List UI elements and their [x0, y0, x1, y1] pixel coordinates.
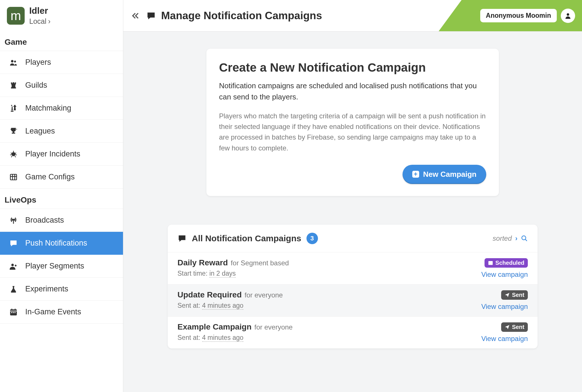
chevron-right-icon[interactable]: ›	[515, 234, 517, 242]
campaign-name: Daily Reward	[177, 258, 228, 267]
campaign-name: Update Required	[177, 290, 242, 299]
user-menu[interactable]: Anonymous Moomin	[480, 9, 575, 23]
svg-point-5	[11, 264, 14, 266]
rook-icon	[9, 81, 18, 90]
sidebar-item-guilds[interactable]: Guilds	[0, 74, 123, 97]
create-campaign-card: Create a New Notification Campaign Notif…	[206, 49, 499, 196]
view-campaign-link[interactable]: View campaign	[481, 303, 528, 311]
trophy-icon	[9, 127, 18, 135]
chevron-right-icon: ›	[48, 17, 50, 26]
sidebar-item-label: Game Configs	[25, 173, 75, 181]
flask-icon	[9, 285, 18, 293]
svg-point-4	[13, 219, 14, 220]
speech-icon	[9, 240, 18, 247]
list-title: All Notification Campaigns	[192, 234, 301, 243]
campaign-target: for Segment based	[231, 259, 289, 267]
env-label: Local	[29, 17, 46, 26]
page-title: Manage Notification Campaigns	[161, 10, 322, 22]
sidebar-item-events[interactable]: In-Game Events	[0, 301, 123, 324]
list-header-tools: sorted ›	[493, 234, 528, 242]
svg-point-0	[11, 60, 13, 62]
sidebar-item-push[interactable]: Push Notifications	[0, 232, 123, 255]
view-campaign-link[interactable]: View campaign	[481, 271, 528, 279]
calendar-icon	[488, 260, 493, 265]
user-name: Anonymous Moomin	[480, 9, 557, 22]
new-campaign-button[interactable]: + New Campaign	[403, 165, 486, 184]
search-icon[interactable]	[521, 235, 528, 242]
campaign-row: Update Requiredfor everyoneSent at: 4 mi…	[168, 284, 538, 316]
campaign-meta-value: 4 minutes ago	[202, 302, 243, 310]
new-campaign-label: New Campaign	[423, 170, 476, 179]
sorted-label: sorted	[493, 234, 512, 242]
status-badge: Sent	[501, 322, 528, 332]
campaign-name: Example Campaign	[177, 322, 251, 332]
sidebar-item-label: Experiments	[25, 285, 68, 293]
campaign-meta: Sent at: 4 minutes ago	[177, 302, 528, 309]
page-title-wrap: Manage Notification Campaigns	[146, 10, 322, 22]
count-badge: 3	[306, 233, 318, 244]
sidebar-item-players[interactable]: Players	[0, 51, 123, 74]
list-header: All Notification Campaigns 3 sorted ›	[168, 225, 538, 252]
sidebar-item-label: Player Incidents	[25, 150, 80, 158]
svg-rect-8	[11, 312, 12, 313]
user-avatar-icon	[561, 9, 575, 23]
section-label-game: Game	[0, 31, 123, 51]
create-subtitle: Notification campaigns are scheduled and…	[219, 80, 486, 103]
user-plus-icon	[9, 262, 18, 270]
sidebar-item-matchmaking[interactable]: Matchmaking	[0, 97, 123, 120]
content: Create a New Notification Campaign Notif…	[123, 32, 582, 348]
topbar: Manage Notification Campaigns Anonymous …	[123, 0, 582, 32]
campaign-row: Example Campaignfor everyoneSent at: 4 m…	[168, 316, 538, 348]
campaigns-list-card: All Notification Campaigns 3 sorted › Da…	[168, 225, 538, 348]
svg-point-12	[522, 236, 526, 240]
status-badge: Sent	[501, 290, 528, 300]
sidebar-item-experiments[interactable]: Experiments	[0, 278, 123, 301]
speech-icon	[177, 234, 187, 242]
sidebar-item-segments[interactable]: Player Segments	[0, 255, 123, 278]
campaign-target: for everyone	[254, 323, 292, 331]
antenna-icon	[9, 216, 18, 225]
campaign-target: for everyone	[245, 291, 283, 299]
create-title: Create a New Notification Campaign	[219, 61, 486, 75]
campaign-meta: Start time: in 2 days	[177, 270, 528, 277]
app-logo: m	[7, 7, 25, 25]
svg-rect-10	[15, 312, 16, 313]
sidebar-item-label: Push Notifications	[25, 239, 87, 248]
campaign-meta: Sent at: 4 minutes ago	[177, 334, 528, 342]
send-icon	[505, 292, 510, 297]
view-campaign-link[interactable]: View campaign	[481, 335, 528, 343]
grid-icon	[9, 173, 18, 181]
svg-point-1	[14, 60, 16, 62]
speech-icon	[146, 11, 156, 20]
sidebar-item-label: Matchmaking	[25, 104, 71, 113]
sidebar-item-leagues[interactable]: Leagues	[0, 120, 123, 143]
sidebar-item-incidents[interactable]: Player Incidents	[0, 143, 123, 166]
app-name: Idler	[29, 6, 50, 16]
svg-rect-9	[13, 312, 14, 313]
status-badge: Scheduled	[485, 258, 528, 268]
sidebar-item-configs[interactable]: Game Configs	[0, 166, 123, 189]
plus-icon: +	[412, 171, 419, 178]
chess-icon	[9, 104, 18, 113]
svg-rect-3	[10, 174, 17, 180]
create-description: Players who match the targeting criteria…	[219, 111, 486, 153]
svg-rect-13	[488, 261, 493, 265]
send-icon	[505, 324, 510, 330]
campaign-row: Daily Rewardfor Segment basedStart time:…	[168, 252, 538, 284]
app-root: m Idler Local › Game PlayersGuildsMatchm…	[0, 0, 582, 392]
svg-point-11	[567, 13, 569, 16]
sidebar-item-label: Broadcasts	[25, 216, 64, 225]
sidebar-item-label: Player Segments	[25, 262, 84, 271]
sidebar-item-broadcasts[interactable]: Broadcasts	[0, 209, 123, 232]
calendar-icon	[9, 308, 18, 316]
collapse-sidebar-icon[interactable]	[131, 11, 140, 20]
campaign-meta-value: 4 minutes ago	[202, 334, 243, 342]
campaign-meta-value: in 2 days	[209, 270, 236, 278]
users-icon	[9, 59, 18, 66]
env-selector[interactable]: Local ›	[29, 17, 50, 26]
section-label-liveops: LiveOps	[0, 189, 123, 209]
sidebar: m Idler Local › Game PlayersGuildsMatchm…	[0, 0, 123, 392]
sidebar-item-label: Players	[25, 58, 51, 67]
svg-point-2	[11, 152, 15, 156]
sidebar-item-label: Guilds	[25, 81, 47, 90]
